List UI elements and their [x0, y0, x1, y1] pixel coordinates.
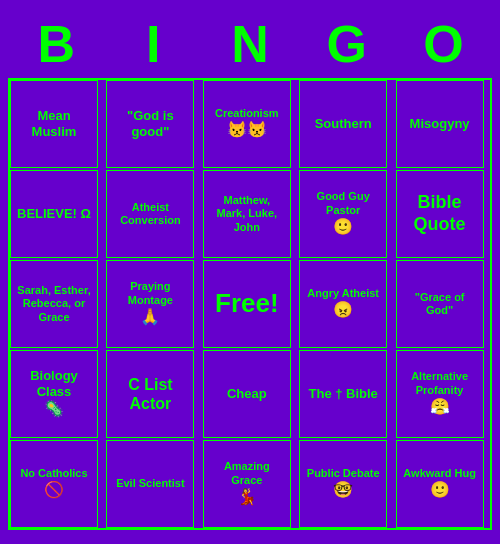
bingo-cell-r2c1[interactable]: Praying Montage🙏 — [106, 260, 194, 348]
cell-text: Alternative Profanity — [401, 370, 479, 396]
cell-text: Southern — [315, 116, 372, 132]
bingo-cell-r3c0[interactable]: Biology Class🦠 — [10, 350, 98, 438]
bingo-cell-r4c4[interactable]: Awkward Hug🙂 — [396, 440, 484, 528]
cell-text: "Grace of God" — [401, 291, 479, 317]
cell-emoji: 😤 — [430, 397, 450, 418]
cell-text: Sarah, Esther, Rebecca, or Grace — [15, 284, 93, 324]
cell-emoji: 💃 — [237, 487, 257, 508]
cell-text: Angry Atheist — [307, 287, 379, 300]
cell-text: Cheap — [227, 386, 267, 402]
bingo-cell-r0c2[interactable]: Creationism😾😾 — [203, 80, 291, 168]
cell-text: C List Actor — [111, 375, 189, 413]
cell-text: Creationism — [215, 107, 279, 120]
free-text: Free! — [215, 288, 279, 319]
bingo-cell-r1c4[interactable]: BibleQuote — [396, 170, 484, 258]
cell-text: Matthew, Mark, Luke, John — [208, 194, 286, 234]
letter-g: G — [303, 14, 391, 74]
bingo-cell-r2c0[interactable]: Sarah, Esther, Rebecca, or Grace — [10, 260, 98, 348]
bingo-cell-r2c2[interactable]: Free! — [203, 260, 291, 348]
cell-text: BibleQuote — [414, 192, 466, 235]
cell-text: The † Bible — [309, 386, 378, 402]
bingo-cell-r1c2[interactable]: Matthew, Mark, Luke, John — [203, 170, 291, 258]
cell-text: Biology Class — [15, 368, 93, 399]
cell-emoji: 🙂 — [333, 217, 353, 238]
cell-emoji: 🙏 — [140, 307, 160, 328]
bingo-cell-r4c2[interactable]: Amazing Grace💃 — [203, 440, 291, 528]
bingo-cell-r4c3[interactable]: Public Debate🤓 — [299, 440, 387, 528]
bingo-grid: Mean Muslim"God is good"Creationism😾😾Sou… — [8, 78, 492, 530]
cell-text: Atheist Conversion — [111, 201, 189, 227]
bingo-cell-r1c3[interactable]: Good Guy Pastor🙂 — [299, 170, 387, 258]
bingo-cell-r0c3[interactable]: Southern — [299, 80, 387, 168]
bingo-cell-r0c1[interactable]: "God is good" — [106, 80, 194, 168]
bingo-cell-r3c2[interactable]: Cheap — [203, 350, 291, 438]
cell-emoji: 😾😾 — [227, 120, 267, 141]
cell-emoji: 🦠 — [44, 399, 64, 420]
letter-o: O — [400, 14, 488, 74]
bingo-cell-r2c4[interactable]: "Grace of God" — [396, 260, 484, 348]
bingo-cell-r4c0[interactable]: No Catholics🚫 — [10, 440, 98, 528]
bingo-cell-r0c0[interactable]: Mean Muslim — [10, 80, 98, 168]
bingo-header: B I N G O — [8, 14, 492, 74]
cell-text: Awkward Hug — [403, 467, 476, 480]
bingo-cell-r3c3[interactable]: The † Bible — [299, 350, 387, 438]
cell-text: BELIEVE! Ω — [17, 206, 91, 222]
bingo-cell-r1c1[interactable]: Atheist Conversion — [106, 170, 194, 258]
cell-emoji: 😠 — [333, 300, 353, 321]
cell-text: Misogyny — [410, 116, 470, 132]
bingo-card: B I N G O Mean Muslim"God is good"Creati… — [0, 6, 500, 538]
bingo-cell-r2c3[interactable]: Angry Atheist😠 — [299, 260, 387, 348]
cell-text: Amazing Grace — [208, 460, 286, 486]
bingo-cell-r0c4[interactable]: Misogyny — [396, 80, 484, 168]
cell-emoji: 🙂 — [430, 480, 450, 501]
cell-emoji: 🚫 — [44, 480, 64, 501]
cell-text: "God is good" — [111, 108, 189, 139]
bingo-cell-r3c1[interactable]: C List Actor — [106, 350, 194, 438]
cell-text: Good Guy Pastor — [304, 190, 382, 216]
letter-b: B — [12, 14, 100, 74]
cell-emoji: 🤓 — [333, 480, 353, 501]
letter-i: I — [109, 14, 197, 74]
bingo-cell-r4c1[interactable]: Evil Scientist — [106, 440, 194, 528]
bingo-cell-r1c0[interactable]: BELIEVE! Ω — [10, 170, 98, 258]
letter-n: N — [206, 14, 294, 74]
cell-text: No Catholics — [20, 467, 87, 480]
cell-text: Mean Muslim — [15, 108, 93, 139]
cell-text: Evil Scientist — [116, 477, 184, 490]
cell-text: Praying Montage — [111, 280, 189, 306]
cell-text: Public Debate — [307, 467, 380, 480]
bingo-cell-r3c4[interactable]: Alternative Profanity😤 — [396, 350, 484, 438]
